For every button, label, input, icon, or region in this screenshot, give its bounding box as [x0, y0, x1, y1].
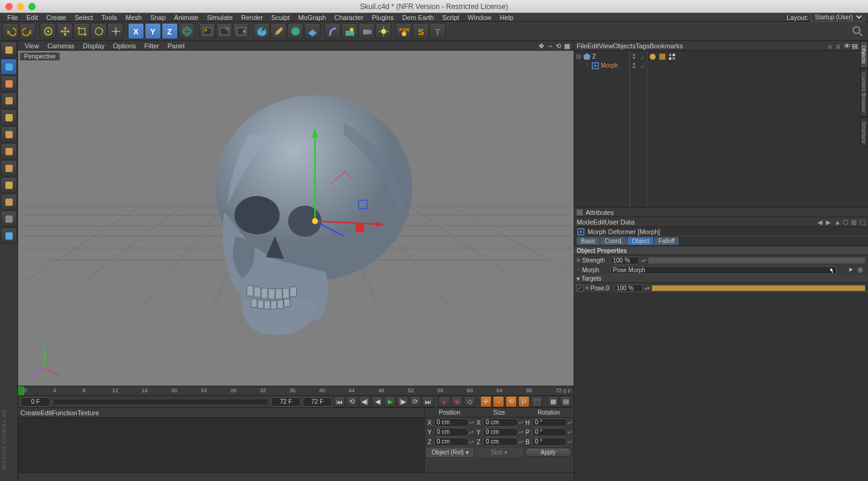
autokey-icon[interactable]: ◉	[451, 396, 463, 407]
visibility-dots-icon[interactable]	[632, 62, 639, 69]
redo-button[interactable]	[19, 23, 36, 39]
attr-lock-icon[interactable]: ⬡	[843, 218, 849, 225]
object-name[interactable]: 2	[592, 53, 596, 60]
menu-snap[interactable]: Snap	[146, 14, 170, 21]
coord-apply-button[interactable]: Apply	[525, 448, 572, 457]
menu-select[interactable]: Select	[71, 14, 98, 21]
move-button[interactable]	[57, 23, 73, 39]
viewport-perspective[interactable]: Perspective	[18, 51, 574, 386]
keyframe-sel-icon[interactable]: ◇	[464, 396, 475, 407]
menu-mesh[interactable]: Mesh	[121, 14, 146, 21]
object-row[interactable]: └ Morph	[575, 61, 628, 70]
attr-next-icon[interactable]: ▶	[826, 218, 832, 225]
vp-layout-icon[interactable]: ▦	[564, 42, 571, 49]
point-mode-button[interactable]	[1, 160, 17, 176]
coord-mode-dropdown[interactable]: Object (Rel) ▾	[426, 448, 474, 457]
menu-sculpt[interactable]: Sculpt	[267, 14, 294, 21]
axis-y-button[interactable]: Y	[145, 23, 161, 39]
render-queue-button[interactable]	[233, 23, 249, 39]
rot-p-field[interactable]: 0 °	[532, 428, 567, 436]
letter-s-button[interactable]: S	[413, 23, 429, 39]
om-eye-icon[interactable]: 👁	[844, 42, 851, 49]
frame-start-field[interactable]: 0 F	[21, 397, 51, 407]
poly-mode-button[interactable]	[1, 177, 17, 193]
key-mode-icon[interactable]: ▦	[547, 396, 559, 407]
keyframe-dot-icon[interactable]	[585, 286, 589, 290]
vp-menu-display[interactable]: Display	[78, 42, 109, 49]
link-pick-icon[interactable]: ➤	[848, 266, 856, 274]
om-layout-icon[interactable]: ▤	[852, 42, 859, 49]
record-icon[interactable]: ●	[439, 396, 450, 407]
animation-layout-icon[interactable]: ▤	[560, 396, 571, 407]
mat-menu-create[interactable]: Create	[21, 409, 40, 416]
target-slider[interactable]	[651, 285, 866, 291]
vp-move-icon[interactable]: ✥	[539, 42, 546, 49]
object-name[interactable]: Morph	[601, 62, 618, 69]
cube-button[interactable]	[253, 23, 270, 39]
cube-prim-mode-button[interactable]	[1, 126, 17, 142]
frame-end-field[interactable]: 72 F	[302, 397, 332, 407]
attr-up-icon[interactable]: ▲	[834, 218, 841, 225]
subdiv-button[interactable]	[287, 23, 303, 39]
menu-plugins[interactable]: Plugins	[368, 14, 398, 21]
mat-menu-function[interactable]: Function	[52, 409, 77, 416]
render-view-button[interactable]	[199, 23, 215, 39]
search-icon[interactable]	[851, 25, 864, 38]
menu-simulate[interactable]: Simulate	[203, 14, 237, 21]
timeline-ruler[interactable]: 04812162024283236404448525660646872 0 F	[18, 386, 574, 395]
goto-nextkey-icon[interactable]: ⟳	[410, 396, 421, 407]
texture-mode-button[interactable]	[1, 75, 17, 92]
vp-zoom-icon[interactable]: ↔	[547, 42, 554, 49]
next-frame-icon[interactable]: |▶	[397, 396, 408, 407]
attr-prev-icon[interactable]: ◀	[817, 218, 824, 225]
side-tab-objects[interactable]: Objects	[860, 41, 868, 68]
menu-character[interactable]: Character	[330, 14, 367, 21]
menu-script[interactable]: Script	[438, 14, 463, 21]
goto-end-icon[interactable]: ⏭	[422, 396, 434, 407]
om-menu-edit[interactable]: Edit	[588, 42, 599, 49]
layout-dropdown[interactable]: Startup (User)	[811, 13, 864, 22]
edge-mode-button[interactable]	[1, 143, 17, 159]
attr-tab-object[interactable]: Object	[627, 237, 653, 245]
link-select-icon[interactable]: ◎	[858, 266, 866, 274]
vp-menu-view[interactable]: View	[21, 42, 43, 49]
menu-tools[interactable]: Tools	[97, 14, 121, 21]
environment-button[interactable]	[341, 23, 358, 39]
mat-menu-texture[interactable]: Texture	[77, 409, 99, 416]
vp-rotate-icon[interactable]: ⟲	[556, 42, 563, 49]
bend-button[interactable]	[325, 23, 341, 39]
key-scale-icon[interactable]: ▫	[493, 396, 504, 407]
menu-file[interactable]: File	[3, 14, 22, 21]
light-button[interactable]	[375, 23, 391, 39]
om-menu-bookmarks[interactable]: Bookmarks	[650, 42, 683, 49]
axis-mode-button[interactable]	[1, 194, 17, 210]
letter-t-button[interactable]: T	[429, 23, 446, 39]
om-menu-view[interactable]: View	[599, 42, 613, 49]
size-z-field[interactable]: 0 cm	[483, 438, 518, 446]
object-row[interactable]: ⊟ 2	[575, 52, 628, 61]
key-pos-icon[interactable]: ✢	[480, 396, 492, 407]
vp-menu-panel[interactable]: Panel	[163, 42, 189, 49]
size-x-field[interactable]: 0 cm	[483, 418, 518, 427]
expand-icon[interactable]: ⊟	[575, 53, 581, 60]
model-mode-button[interactable]	[1, 59, 17, 75]
attr-tab-coord[interactable]: Coord.	[600, 237, 627, 245]
axis-x-button[interactable]: X	[128, 23, 144, 39]
mat-menu-edit[interactable]: Edit	[40, 409, 52, 416]
uvw-tag-icon[interactable]	[668, 53, 676, 60]
recent-button[interactable]	[107, 23, 124, 39]
om-home-icon[interactable]: ⌂	[836, 42, 843, 49]
uv-mode-button[interactable]	[1, 92, 17, 109]
visibility-dots-icon[interactable]	[632, 53, 639, 60]
material-manager[interactable]	[18, 418, 424, 473]
workplane-mode-button[interactable]	[1, 109, 17, 126]
key-param-icon[interactable]: P	[518, 396, 530, 407]
keyframe-dot-icon[interactable]	[577, 268, 580, 272]
rot-b-field[interactable]: 0 °	[532, 438, 567, 446]
pen-button[interactable]	[270, 23, 287, 39]
play-icon[interactable]: ▶	[384, 396, 396, 407]
psr-button[interactable]: PSR0	[396, 23, 412, 39]
om-menu-file[interactable]: File	[577, 42, 588, 49]
live-select-button[interactable]	[40, 23, 56, 39]
attr-new-icon[interactable]: ⊞	[851, 218, 858, 225]
